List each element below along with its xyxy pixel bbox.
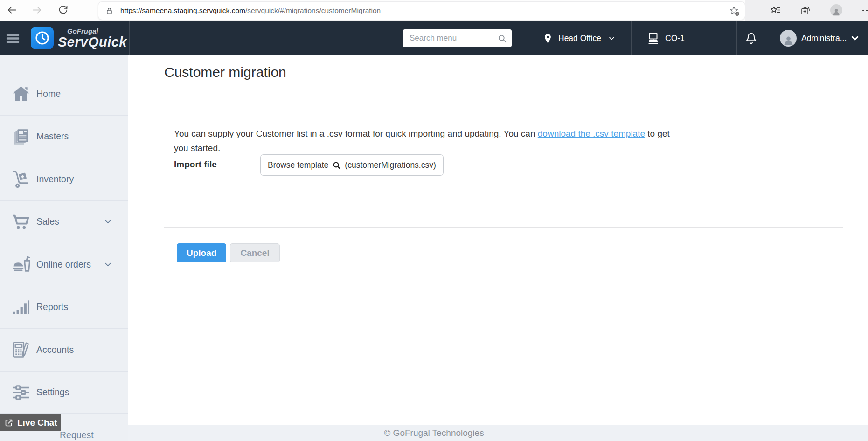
- sidebar-item-sales[interactable]: Sales: [0, 201, 128, 244]
- favorites-bar-icon[interactable]: [770, 5, 781, 16]
- browser-refresh-icon[interactable]: [58, 5, 69, 15]
- sales-icon: [11, 212, 31, 232]
- intro-text: You can supply your Customer list in a .…: [174, 126, 679, 155]
- download-csv-template-link[interactable]: download the .csv template: [538, 129, 645, 138]
- online-orders-icon: [11, 255, 31, 274]
- search-input[interactable]: [409, 33, 497, 43]
- accounts-icon: [11, 340, 31, 359]
- menu-search-box[interactable]: [403, 29, 512, 47]
- sidebar-item-home[interactable]: Home: [0, 73, 128, 116]
- search-icon: [332, 161, 341, 170]
- sidebar-item-reports[interactable]: Reports: [0, 286, 128, 329]
- chevron-down-icon[interactable]: [104, 217, 112, 226]
- home-icon: [11, 84, 31, 103]
- live-chat-label: Live Chat: [17, 418, 57, 428]
- terminal-name: CO-1: [665, 34, 685, 43]
- user-avatar-icon: [780, 30, 797, 47]
- inventory-icon: [11, 169, 31, 189]
- navbar-divider: [533, 21, 533, 55]
- url-path: /servquick/#/migrations/customerMigratio…: [245, 7, 381, 14]
- content-divider: [164, 103, 843, 103]
- navbar-divider: [771, 21, 771, 55]
- store-selector[interactable]: Head Office: [542, 21, 615, 55]
- screen: https://sameena.staging.servquick.com/se…: [0, 0, 868, 441]
- brand-text: GoFrugal ServQuick: [58, 28, 127, 49]
- content-divider: [164, 227, 843, 228]
- form-actions: Upload Cancel: [177, 243, 280, 262]
- user-name: Administra...: [801, 34, 847, 43]
- location-pin-icon: [542, 32, 553, 45]
- sidebar-nav: Home Masters Inventory Sales Online orde…: [0, 55, 128, 441]
- brand-servquick: ServQuick: [58, 35, 127, 49]
- sidebar-item-accounts[interactable]: Accounts: [0, 329, 128, 372]
- copyright-text: © GoFrugal Technologies: [384, 428, 484, 438]
- live-chat-button[interactable]: Live Chat: [0, 414, 61, 431]
- browser-back-icon[interactable]: [7, 5, 17, 15]
- browse-button-filename: (customerMigrations.csv): [345, 160, 436, 170]
- sidebar-item-online-orders[interactable]: Online orders: [0, 243, 128, 286]
- browse-template-button[interactable]: Browse template (customerMigrations.csv): [260, 154, 444, 176]
- pos-terminal-icon: [646, 31, 660, 46]
- url-domain: https://sameena.staging.servquick.com: [120, 7, 245, 14]
- lock-icon[interactable]: [105, 7, 114, 15]
- hamburger-menu-icon[interactable]: [6, 31, 20, 46]
- reports-icon: [11, 297, 31, 317]
- url-text: https://sameena.staging.servquick.com/se…: [120, 7, 381, 15]
- browser-toolbar: https://sameena.staging.servquick.com/se…: [0, 0, 868, 21]
- upload-button[interactable]: Upload: [177, 243, 226, 262]
- add-favorite-icon[interactable]: [729, 5, 740, 17]
- profile-icon: [832, 7, 841, 16]
- cancel-button[interactable]: Cancel: [230, 243, 279, 262]
- sidebar-item-settings[interactable]: Settings: [0, 372, 128, 414]
- browser-address-bar[interactable]: https://sameena.staging.servquick.com/se…: [98, 1, 745, 20]
- navbar-divider: [26, 21, 26, 55]
- app-logo[interactable]: GoFrugal ServQuick: [31, 27, 127, 49]
- sidebar-item-masters[interactable]: Masters: [0, 116, 128, 158]
- terminal-selector[interactable]: CO-1: [646, 21, 685, 55]
- page-title: Customer migration: [164, 64, 286, 80]
- navbar-divider: [736, 21, 737, 55]
- browser-forward-icon[interactable]: [32, 5, 42, 15]
- sidebar-item-inventory[interactable]: Inventory: [0, 158, 128, 201]
- browse-button-label: Browse template: [268, 160, 328, 170]
- navbar-divider: [631, 21, 632, 55]
- person-icon: [782, 34, 795, 47]
- page-footer: © GoFrugal Technologies: [0, 425, 868, 441]
- masters-icon: [11, 127, 31, 146]
- browser-profile-avatar[interactable]: [830, 4, 842, 16]
- app-navbar: GoFrugal ServQuick Head Office CO-1 Admi…: [0, 21, 868, 55]
- browser-actions: [745, 0, 868, 21]
- servquick-logo-icon: [31, 27, 54, 49]
- search-icon[interactable]: [497, 34, 507, 43]
- main-content: Customer migration You can supply your C…: [128, 55, 868, 425]
- import-file-row: Import file Browse template (customerMig…: [174, 154, 444, 176]
- intro-before: You can supply your Customer list in a .…: [174, 129, 538, 138]
- settings-icon: [11, 383, 31, 402]
- external-link-icon: [4, 418, 14, 427]
- import-file-label: Import file: [174, 154, 260, 170]
- caret-down-icon: [608, 35, 615, 42]
- navbar-divider: [129, 21, 130, 55]
- notifications-bell-icon[interactable]: [744, 31, 758, 46]
- chevron-down-icon: [851, 34, 859, 42]
- chevron-down-icon[interactable]: [104, 260, 112, 269]
- brand-gofrugal: GoFrugal: [67, 28, 127, 34]
- browser-more-icon[interactable]: [861, 5, 868, 16]
- store-name: Head Office: [558, 34, 601, 43]
- collections-icon[interactable]: [800, 5, 812, 16]
- user-menu[interactable]: Administra...: [780, 21, 859, 55]
